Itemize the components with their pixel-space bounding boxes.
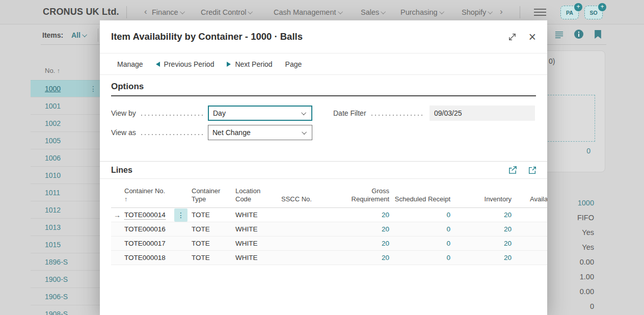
- row-ellipsis-icon[interactable]: ⋮: [90, 85, 97, 93]
- lines-heading[interactable]: Lines: [111, 166, 508, 175]
- items-filter-dropdown[interactable]: All: [71, 31, 87, 39]
- gross-requirement-cell[interactable]: 20: [332, 225, 393, 233]
- scheduled-receipt-cell[interactable]: 0: [393, 225, 454, 233]
- container-no-cell[interactable]: TOTE000018: [124, 254, 166, 261]
- share-icon[interactable]: [508, 165, 518, 175]
- dialog-title: Item Availability by Container - 1000 · …: [111, 31, 507, 42]
- list-item[interactable]: 1011: [31, 184, 100, 201]
- open-in-new-window-icon[interactable]: [528, 165, 537, 175]
- page-button[interactable]: Page: [285, 60, 302, 68]
- next-period-button[interactable]: Next Period: [227, 60, 272, 68]
- chevron-down-icon: [82, 32, 87, 37]
- close-icon[interactable]: ×: [528, 32, 536, 42]
- inventory-cell[interactable]: 20: [454, 254, 516, 261]
- col-scheduled-receipt[interactable]: Scheduled Receipt: [393, 195, 454, 207]
- nav-menu-finance[interactable]: Finance: [152, 8, 185, 16]
- items-filter-label: Items:: [42, 31, 63, 39]
- badge-so[interactable]: SO+: [584, 6, 603, 19]
- bookmark-icon[interactable]: [594, 30, 602, 39]
- info-icon[interactable]: [574, 29, 584, 39]
- detail-item-no[interactable]: 1000: [547, 199, 594, 214]
- gross-requirement-cell[interactable]: 20: [332, 211, 393, 219]
- nav-menu-credit-control[interactable]: Credit Control: [201, 8, 253, 16]
- table-row[interactable]: TOTE000017 TOTE WHITE 20 0 20: [111, 237, 547, 251]
- list-item[interactable]: 1006: [31, 149, 100, 167]
- scheduled-receipt-cell[interactable]: 0: [393, 240, 454, 247]
- view-by-select[interactable]: Day: [208, 106, 312, 121]
- sort-asc-icon: ↑: [57, 67, 60, 74]
- nav-menu-sales[interactable]: Sales: [361, 8, 386, 16]
- list-item[interactable]: 1012: [31, 201, 100, 219]
- sort-asc-icon: ↑: [124, 196, 127, 203]
- row-ellipsis-icon[interactable]: ⋮: [174, 208, 187, 222]
- gross-requirement-cell[interactable]: 20: [332, 254, 393, 261]
- options-heading[interactable]: Options: [111, 82, 536, 92]
- list-item[interactable]: 1900-S: [31, 271, 100, 288]
- options-section: Options View by Day Date Filter: [100, 82, 547, 140]
- table-row[interactable]: → TOTE000014 ⋮ TOTE WHITE 20 0 20: [111, 208, 547, 222]
- filter-underline: [41, 44, 100, 45]
- gross-requirement-cell[interactable]: 20: [332, 240, 393, 247]
- list-item[interactable]: 1002: [31, 115, 100, 132]
- col-available[interactable]: Availab: [516, 195, 547, 207]
- col-container-no[interactable]: Container No.↑: [124, 187, 174, 207]
- previous-period-button[interactable]: Previous Period: [156, 60, 214, 68]
- col-container-type[interactable]: ContainerType: [192, 187, 235, 207]
- chevron-left-icon[interactable]: ‹: [144, 7, 147, 17]
- manage-button[interactable]: Manage: [117, 60, 143, 68]
- no-column-header[interactable]: No. ↑: [45, 67, 60, 74]
- expand-dialog-icon[interactable]: [507, 32, 517, 42]
- scheduled-receipt-cell[interactable]: 0: [393, 211, 454, 219]
- picture-drop-area[interactable]: [545, 95, 595, 142]
- detail-value: 0.00: [547, 258, 594, 273]
- business-central-app: CRONUS UK Ltd. ‹ Finance Credit Control …: [0, 0, 644, 315]
- col-sscc-no[interactable]: SSCC No.: [281, 195, 332, 207]
- company-name[interactable]: CRONUS UK Ltd.: [43, 7, 119, 17]
- dotted-leader: [141, 115, 203, 116]
- detail-value: Yes: [547, 228, 594, 243]
- detail-value: Yes: [547, 243, 594, 258]
- list-item[interactable]: 1010: [31, 167, 100, 184]
- list-item[interactable]: 1000⋮: [31, 80, 100, 97]
- list-item[interactable]: 1013: [31, 219, 100, 236]
- container-no-cell[interactable]: TOTE000016: [124, 225, 166, 233]
- active-row-arrow-icon: →: [111, 211, 124, 219]
- list-item[interactable]: 1015: [31, 236, 100, 253]
- triangle-left-icon: [156, 62, 160, 67]
- inventory-cell[interactable]: 20: [454, 240, 516, 247]
- nav-menu-purchasing[interactable]: Purchasing: [400, 8, 444, 16]
- nav-menu-cash-management[interactable]: Cash Management: [274, 8, 343, 16]
- table-row[interactable]: TOTE000016 TOTE WHITE 20 0 20: [111, 222, 547, 237]
- factbox-divider: [547, 44, 606, 45]
- list-item[interactable]: 1896-S: [31, 253, 100, 271]
- col-location-code[interactable]: LocationCode: [235, 187, 281, 207]
- inventory-cell[interactable]: 20: [454, 211, 516, 219]
- view-by-label: View by: [111, 109, 136, 117]
- menu-icon[interactable]: [534, 9, 546, 18]
- container-no-cell[interactable]: TOTE000014: [124, 211, 166, 220]
- scheduled-receipt-cell[interactable]: 0: [393, 254, 454, 261]
- triangle-right-icon: [227, 62, 231, 67]
- list-item[interactable]: 1005: [31, 132, 100, 149]
- container-no-cell[interactable]: TOTE000017: [124, 240, 166, 247]
- col-inventory[interactable]: Inventory: [454, 195, 516, 207]
- list-item[interactable]: 1001: [31, 97, 100, 115]
- chevron-right-icon[interactable]: ›: [500, 7, 503, 17]
- badge-pa[interactable]: PA+: [560, 6, 579, 19]
- details-list-icon[interactable]: [554, 30, 564, 39]
- nav-menu-shopify[interactable]: Shopify: [462, 8, 493, 16]
- factbox-toolbar: [554, 29, 602, 39]
- table-row[interactable]: TOTE000018 TOTE WHITE 20 0 20: [111, 251, 547, 265]
- list-item[interactable]: 1908-S: [31, 305, 100, 315]
- lines-section: Lines Container No.↑ ContainerType Locat…: [100, 161, 547, 265]
- container-type-cell: TOTE: [192, 225, 235, 233]
- container-type-cell: TOTE: [192, 211, 235, 219]
- items-list: 1000⋮ 1001 1002 1005 1006 1010 1011 1012…: [31, 80, 100, 315]
- view-as-select[interactable]: Net Change: [208, 125, 312, 140]
- date-filter-input[interactable]: [430, 106, 535, 121]
- list-item[interactable]: 1906-S: [31, 288, 100, 305]
- inventory-cell[interactable]: 20: [454, 225, 516, 233]
- dotted-leader: [371, 115, 424, 116]
- chevron-down-icon: [338, 9, 343, 14]
- col-gross-requirement[interactable]: GrossRequirement: [332, 187, 393, 207]
